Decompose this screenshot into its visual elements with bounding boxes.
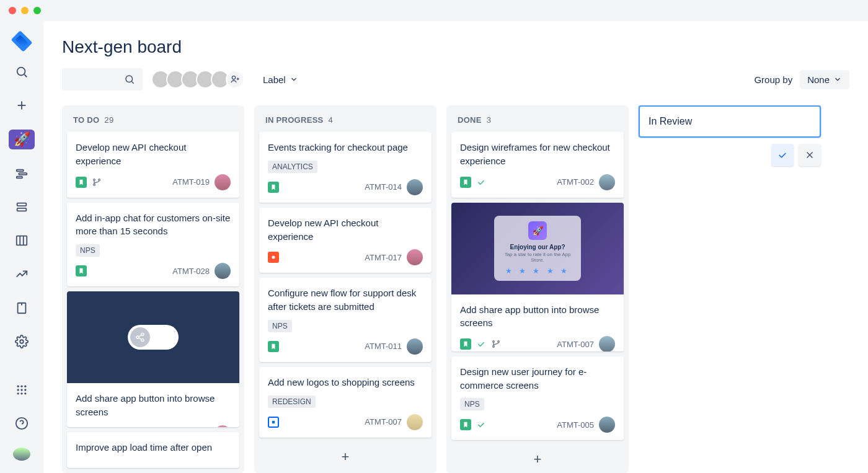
create-icon[interactable] bbox=[9, 96, 34, 115]
svg-line-1 bbox=[24, 74, 27, 77]
svg-point-44 bbox=[498, 341, 500, 343]
check-icon bbox=[777, 149, 788, 161]
issue-card[interactable]: Add share app button into browse screens… bbox=[67, 291, 239, 427]
svg-point-36 bbox=[141, 339, 144, 342]
issue-card[interactable]: Develop new API checkout experience ATMT… bbox=[259, 208, 432, 273]
card-title: Develop new API checkout experience bbox=[76, 141, 231, 168]
chevron-down-icon bbox=[833, 75, 842, 84]
add-people-button[interactable] bbox=[226, 70, 244, 89]
card-title: Develop new API checkout experience bbox=[268, 216, 423, 244]
svg-line-37 bbox=[139, 335, 142, 337]
issue-card[interactable]: Improve app load time after open bbox=[67, 432, 239, 468]
assignee-avatar[interactable] bbox=[215, 263, 231, 279]
issue-card[interactable]: Configure new flow for support desk afte… bbox=[259, 278, 432, 362]
done-check-icon bbox=[476, 339, 486, 349]
issue-card[interactable]: Design new user journey for e-commerce s… bbox=[451, 356, 624, 441]
story-type-icon bbox=[460, 419, 471, 430]
assignee-filter-avatars bbox=[151, 70, 244, 89]
cancel-button[interactable] bbox=[799, 144, 821, 166]
svg-point-18 bbox=[17, 389, 19, 391]
svg-rect-8 bbox=[17, 208, 27, 211]
group-by-label: Group by bbox=[754, 74, 792, 85]
issue-key: ATMT-002 bbox=[557, 177, 594, 187]
jira-logo-icon[interactable] bbox=[11, 30, 33, 52]
svg-point-35 bbox=[136, 336, 139, 338]
window-close-dot[interactable] bbox=[9, 7, 16, 14]
branch-icon bbox=[92, 177, 102, 187]
card-title: Add share app button into browse screens bbox=[460, 303, 615, 330]
apps-icon[interactable] bbox=[9, 381, 34, 399]
assignee-avatar[interactable] bbox=[407, 179, 423, 195]
pages-icon[interactable] bbox=[9, 298, 34, 317]
assignee-avatar[interactable] bbox=[599, 174, 615, 190]
group-by-dropdown[interactable]: None bbox=[800, 70, 849, 89]
new-column-name-input[interactable] bbox=[639, 105, 821, 138]
assignee-avatar[interactable] bbox=[599, 417, 615, 433]
issue-card[interactable]: Enjoying our App? Tap a star to rate it … bbox=[451, 203, 624, 351]
svg-point-22 bbox=[20, 392, 22, 394]
assignee-avatar[interactable] bbox=[215, 174, 231, 190]
assignee-avatar[interactable] bbox=[599, 336, 615, 351]
story-type-icon bbox=[268, 182, 279, 193]
help-icon[interactable] bbox=[9, 414, 34, 433]
window-minimize-dot[interactable] bbox=[21, 7, 29, 14]
backlog-icon[interactable] bbox=[9, 198, 34, 216]
profile-avatar[interactable] bbox=[13, 448, 30, 461]
svg-point-31 bbox=[94, 179, 95, 180]
window-titlebar bbox=[0, 0, 868, 21]
column-header[interactable]: TO DO 29 bbox=[62, 105, 244, 132]
issue-key: ATMT-014 bbox=[365, 182, 402, 192]
svg-line-27 bbox=[131, 81, 133, 83]
bug-type-icon bbox=[268, 252, 279, 263]
project-icon[interactable]: 🚀 bbox=[9, 130, 35, 149]
roadmap-icon[interactable] bbox=[9, 164, 34, 183]
svg-point-23 bbox=[24, 392, 26, 394]
reports-icon[interactable] bbox=[9, 265, 34, 283]
column-header[interactable]: IN PROGRESS 4 bbox=[254, 105, 436, 132]
column-title: IN PROGRESS bbox=[265, 115, 324, 125]
card-label: ANALYTICS bbox=[268, 161, 317, 173]
column-header[interactable]: DONE 3 bbox=[446, 105, 629, 132]
assignee-avatar[interactable] bbox=[407, 338, 423, 355]
svg-point-19 bbox=[20, 389, 22, 391]
story-type-icon bbox=[268, 341, 279, 352]
page-title: Next-gen board bbox=[62, 37, 849, 57]
confirm-button[interactable] bbox=[771, 144, 794, 166]
issue-card[interactable]: Design wireframes for new checkout exper… bbox=[451, 132, 624, 198]
group-by-value: None bbox=[807, 74, 830, 85]
assignee-avatar[interactable] bbox=[215, 425, 231, 428]
board-toolbar: Label Group by None bbox=[62, 68, 849, 91]
assignee-avatar[interactable] bbox=[407, 414, 423, 430]
issue-card[interactable]: Develop new API checkout experience ATMT… bbox=[67, 132, 239, 198]
issue-key: ATMT-005 bbox=[557, 420, 594, 430]
assignee-avatar[interactable] bbox=[407, 249, 423, 265]
svg-point-32 bbox=[94, 183, 95, 185]
issue-key: ATMT-017 bbox=[365, 253, 402, 262]
add-card-button[interactable]: + bbox=[254, 443, 436, 471]
card-label: NPS bbox=[268, 320, 292, 332]
card-title: Add in-app chat for customers on-site mo… bbox=[76, 211, 231, 239]
card-title: Add share app button into browse screens bbox=[76, 392, 231, 419]
issue-key: ATMT-019 bbox=[172, 177, 210, 187]
done-check-icon bbox=[476, 420, 486, 430]
add-card-button[interactable]: + bbox=[446, 445, 629, 473]
issue-card[interactable]: Add in-app chat for customers on-site mo… bbox=[67, 203, 239, 287]
search-icon[interactable] bbox=[9, 63, 34, 81]
story-type-icon bbox=[460, 338, 471, 350]
global-nav-rail: 🚀 bbox=[0, 21, 43, 473]
chevron-down-icon bbox=[290, 75, 298, 84]
close-icon bbox=[804, 149, 815, 161]
svg-rect-4 bbox=[17, 170, 24, 172]
board-search-input[interactable] bbox=[62, 68, 143, 91]
issue-card[interactable]: Events tracking for checkout pageANALYTI… bbox=[259, 132, 432, 203]
card-title: Configure new flow for support desk afte… bbox=[268, 286, 423, 314]
board-column: TO DO 29 Develop new API checkout experi… bbox=[62, 105, 244, 473]
column-count: 4 bbox=[329, 115, 334, 125]
label-filter-dropdown[interactable]: Label bbox=[258, 71, 303, 89]
svg-point-40 bbox=[272, 256, 275, 259]
window-maximize-dot[interactable] bbox=[33, 7, 41, 14]
svg-point-17 bbox=[24, 385, 26, 387]
issue-card[interactable]: Add new logos to shopping screensREDESIG… bbox=[259, 367, 432, 438]
settings-icon[interactable] bbox=[9, 332, 34, 351]
board-icon[interactable] bbox=[9, 231, 34, 250]
